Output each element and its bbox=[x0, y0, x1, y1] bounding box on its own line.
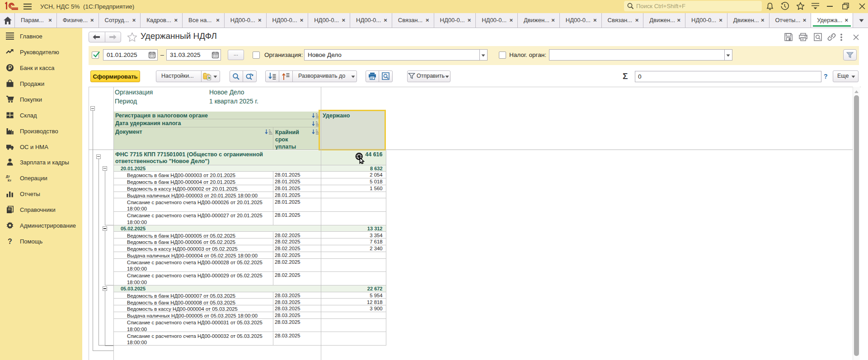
svg-text:?: ? bbox=[8, 238, 12, 245]
svg-text:Дт: Дт bbox=[6, 174, 10, 178]
svg-text:Кт: Кт bbox=[8, 178, 12, 182]
